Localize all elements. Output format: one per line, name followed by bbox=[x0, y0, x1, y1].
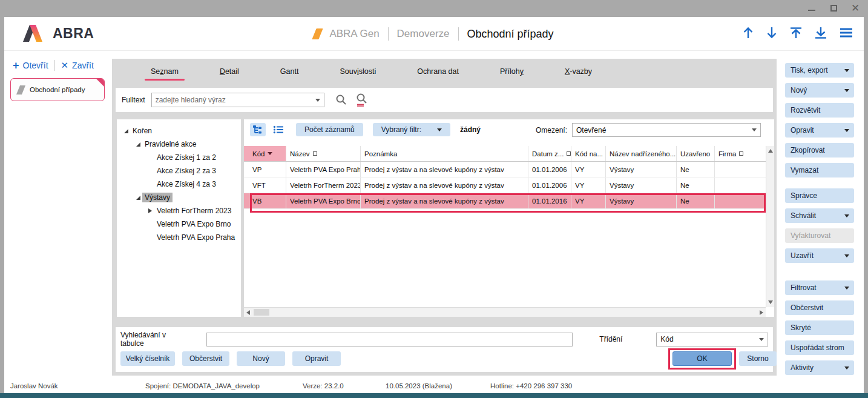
velky-ciselnik-button[interactable]: Velký číselník bbox=[120, 351, 175, 366]
action-schvalit[interactable]: Schválit bbox=[785, 208, 854, 223]
open-agenda-tab[interactable]: Obchodní případy bbox=[10, 78, 105, 101]
list-view-toggle[interactable] bbox=[271, 123, 286, 136]
column-header-uzavreno[interactable]: Uzavřeno bbox=[677, 146, 715, 161]
column-header-poznamka[interactable]: Poznámka bbox=[361, 146, 528, 161]
tree-item-vystavy[interactable]: Výstavy bbox=[117, 191, 241, 204]
tree-expanded-icon[interactable] bbox=[134, 142, 142, 147]
tree-view-icon bbox=[252, 125, 263, 134]
obcerstvit-button[interactable]: Občerstvit bbox=[182, 351, 229, 366]
tree-item-fortherm[interactable]: Veletrh ForTherm 2023 bbox=[117, 204, 241, 217]
search-icon[interactable] bbox=[335, 94, 347, 106]
opravit-button[interactable]: Opravit bbox=[292, 351, 341, 366]
action-vymazat[interactable]: Vymazat bbox=[785, 163, 854, 177]
action-zkopirovat[interactable]: Zkopírovat bbox=[785, 143, 854, 158]
column-header-kod-nadrizeneho[interactable]: Kód na... bbox=[571, 146, 606, 161]
column-header-datum[interactable]: Datum z... bbox=[528, 146, 571, 161]
tree-item-pravidelne-akce[interactable]: Pravidelné akce bbox=[117, 138, 241, 151]
open-button[interactable]: + Otevřít bbox=[13, 61, 48, 70]
storno-button[interactable]: Storno bbox=[739, 351, 777, 366]
action-aktivity[interactable]: Aktivity bbox=[785, 360, 854, 375]
tree-expanded-icon[interactable] bbox=[134, 196, 142, 200]
scroll-up-icon[interactable] bbox=[768, 149, 773, 153]
action-filtrovat[interactable]: Filtrovat bbox=[785, 280, 854, 295]
close-tab-button[interactable]: ✕ Zavřít bbox=[61, 60, 94, 71]
search-advanced-icon[interactable] bbox=[356, 93, 368, 107]
fulltext-input[interactable] bbox=[152, 93, 324, 107]
column-header-kod[interactable]: Kód bbox=[244, 146, 286, 161]
action-skryte[interactable]: Skryté bbox=[785, 320, 854, 335]
table-row[interactable]: VP Veletrh PVA Expo Praha Prodej z výsta… bbox=[244, 162, 766, 177]
sort-select[interactable]: Kód bbox=[656, 333, 768, 347]
chevron-down-icon bbox=[844, 89, 849, 92]
action-obcerstvit[interactable]: Občerstvit bbox=[785, 300, 854, 315]
tree-item-akce-4za3[interactable]: Akce Získej 4 za 3 bbox=[117, 177, 241, 191]
selected-filter-value: žádný bbox=[460, 125, 481, 134]
scroll-down-icon[interactable] bbox=[768, 300, 773, 304]
tab-gantt[interactable]: Gantt bbox=[260, 59, 320, 84]
maximize-button[interactable] bbox=[828, 2, 839, 13]
records-table: Kód Název Poznámka Datum z... Kód na... … bbox=[244, 146, 766, 307]
tab-x-vazby[interactable]: X-vazby bbox=[544, 59, 613, 84]
tree-expanded-icon[interactable] bbox=[122, 129, 130, 133]
selected-filter-button[interactable]: Vybraný filtr: bbox=[373, 123, 450, 136]
action-rozvetvit[interactable]: Rozvětvit bbox=[785, 103, 854, 118]
tab-seznam[interactable]: Seznam bbox=[130, 59, 199, 84]
column-header-nazev-nadrizeneho[interactable]: Název nadřízeného... bbox=[606, 146, 677, 161]
close-button[interactable]: ✕ bbox=[850, 2, 861, 13]
window-bottom-border bbox=[0, 393, 868, 398]
tree-item-akce-1za2[interactable]: Akce Získej 1 za 2 bbox=[117, 151, 241, 164]
chevron-down-icon bbox=[844, 69, 849, 72]
tab-prilohy[interactable]: Přílohy bbox=[479, 59, 544, 84]
novy-button[interactable]: Nový bbox=[237, 351, 285, 366]
separator bbox=[458, 27, 459, 41]
scroll-right-icon[interactable] bbox=[760, 310, 763, 315]
ok-button[interactable]: OK bbox=[672, 351, 732, 366]
filter-box-icon[interactable] bbox=[739, 151, 743, 156]
plus-icon: + bbox=[13, 61, 19, 70]
tab-detail[interactable]: Detail bbox=[199, 59, 260, 84]
arrow-down-icon[interactable] bbox=[765, 25, 778, 40]
action-opravit[interactable]: Opravit bbox=[785, 123, 854, 138]
table-row[interactable]: VFT Veletrh ForTherm 2023 Prodej z výsta… bbox=[244, 177, 766, 193]
vertical-scrollbar[interactable] bbox=[766, 146, 774, 307]
tree-collapsed-icon[interactable] bbox=[146, 208, 154, 213]
tree-item-pva-brno[interactable]: Veletrh PVA Expo Brno bbox=[117, 217, 241, 231]
action-spravce[interactable]: Správce bbox=[785, 188, 854, 203]
horizontal-scrollbar[interactable] bbox=[244, 307, 766, 317]
chevron-down-icon bbox=[844, 254, 849, 257]
hamburger-menu-icon[interactable] bbox=[838, 25, 854, 40]
tab-souvislosti[interactable]: Souvislosti bbox=[319, 59, 396, 84]
arrow-to-top-icon[interactable] bbox=[789, 25, 803, 40]
tree-view-toggle[interactable] bbox=[250, 123, 266, 136]
tree-item-akce-2za3[interactable]: Akce Získej 2 za 3 bbox=[117, 164, 241, 177]
tree-item-koren[interactable]: Kořen bbox=[117, 124, 241, 138]
tree-item-pva-praha[interactable]: Veletrh PVA Expo Praha bbox=[117, 231, 241, 244]
restriction-select[interactable]: Otevřené bbox=[572, 123, 761, 137]
tab-bar: Seznam Detail Gantt Souvislosti Ochrana … bbox=[112, 59, 777, 84]
fulltext-combobox[interactable] bbox=[151, 93, 324, 107]
action-uzavrit[interactable]: Uzavřít bbox=[785, 248, 854, 263]
table-row-selected[interactable]: VB Veletrh PVA Expo Brno Prodej z výstav… bbox=[244, 193, 766, 209]
fulltext-row: Fulltext bbox=[116, 88, 773, 112]
scroll-left-icon[interactable] bbox=[246, 310, 250, 315]
arrow-up-icon[interactable] bbox=[741, 25, 755, 40]
action-tisk-export[interactable]: Tisk, export bbox=[785, 63, 854, 78]
filter-box-icon[interactable] bbox=[313, 151, 317, 156]
table-search-label: Vyhledávání v tabulce bbox=[120, 331, 187, 348]
action-vyfakturovat: Vyfakturovat bbox=[785, 228, 854, 243]
combo-arrow-icon[interactable] bbox=[315, 99, 320, 102]
x-icon: ✕ bbox=[61, 60, 69, 71]
record-count-button[interactable]: Počet záznamů bbox=[296, 123, 363, 136]
column-header-firma[interactable]: Firma bbox=[715, 146, 766, 161]
app-name: ABRA Gen bbox=[329, 28, 379, 40]
arrow-to-bottom-icon[interactable] bbox=[814, 25, 828, 40]
action-usporadat-strom[interactable]: Uspořádat strom bbox=[785, 340, 854, 355]
tab-ochrana-dat[interactable]: Ochrana dat bbox=[396, 59, 479, 84]
scrollbar-thumb[interactable] bbox=[254, 309, 269, 316]
table-search-input[interactable] bbox=[206, 333, 573, 347]
filter-box-icon[interactable] bbox=[567, 151, 571, 156]
minimize-button[interactable] bbox=[806, 2, 817, 13]
column-header-nazev[interactable]: Název bbox=[286, 146, 361, 161]
action-novy[interactable]: Nový bbox=[785, 83, 854, 98]
right-action-panel: Tisk, export Nový Rozvětvit Opravit Zkop… bbox=[777, 51, 864, 380]
